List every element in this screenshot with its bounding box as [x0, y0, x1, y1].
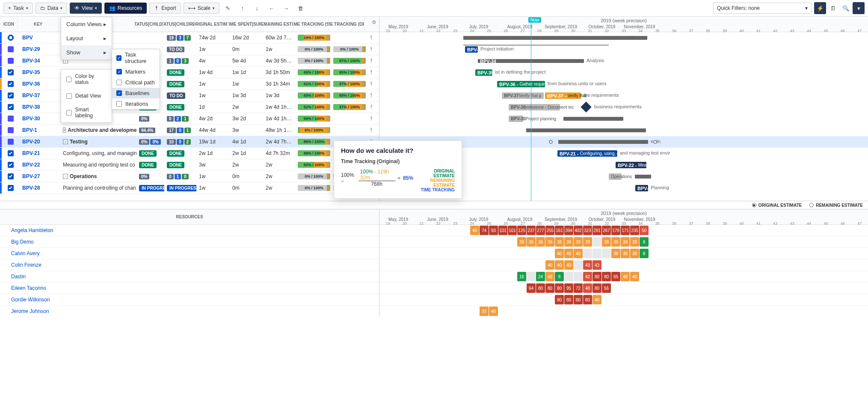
heat-cell[interactable]: 237: [527, 226, 536, 235]
heat-cell[interactable]: 39: [564, 237, 573, 247]
heat-cell[interactable]: 80: [574, 295, 583, 304]
heat-cell[interactable]: 39: [574, 237, 583, 247]
gantt-bar[interactable]: BPV-36 - Gather requireme: [497, 81, 545, 87]
heat-cell[interactable]: 39: [602, 237, 611, 247]
view-dropdown[interactable]: Column Views▸ Layout▸ Show▸: [61, 17, 112, 60]
gantt-bar[interactable]: [635, 175, 651, 179]
heat-cell[interactable]: 40: [630, 272, 639, 281]
gantt-bar[interactable]: BPV-: [635, 185, 648, 191]
col-icon[interactable]: ICON: [0, 17, 18, 32]
col-remaining[interactable]: REMAINING ESTIM: [261, 17, 293, 32]
calendar-icon[interactable]: 🗓: [827, 2, 839, 14]
table-row[interactable]: BPV-28Planning and controlling of chanIN…: [0, 182, 379, 194]
heat-cell[interactable]: 40: [621, 272, 630, 281]
heat-cell[interactable]: 65: [611, 272, 620, 281]
heat-cell[interactable]: 39: [527, 237, 536, 247]
heat-cell[interactable]: 402: [574, 226, 583, 235]
arrow-right-icon[interactable]: →: [280, 2, 292, 14]
expand-up-icon[interactable]: ⭱: [366, 35, 379, 41]
heat-cell[interactable]: 255: [545, 226, 554, 235]
heat-cell[interactable]: 95: [564, 283, 573, 293]
issue-key[interactable]: BPV-37: [20, 92, 60, 98]
heat-cell[interactable]: 40: [555, 249, 564, 258]
heat-cell[interactable]: 267: [602, 226, 611, 235]
heat-cell[interactable]: 40: [545, 272, 554, 281]
scale-button[interactable]: ⟷Scale▾: [184, 3, 219, 14]
heat-cell[interactable]: 80: [564, 295, 573, 304]
menu-markers[interactable]: ✓Markers: [112, 66, 160, 77]
arrow-up-icon[interactable]: ↑: [237, 2, 249, 14]
heat-cell[interactable]: 16: [517, 272, 526, 281]
resource-row[interactable]: Jerome Johnson: [0, 306, 379, 316]
quick-filters-select[interactable]: Quick Filters: none▾: [713, 3, 812, 14]
heat-cell[interactable]: 8: [640, 249, 649, 258]
show-submenu[interactable]: ✓Task structure ✓Markers Critical path ✓…: [112, 49, 160, 110]
table-row[interactable]: BPV-22Measuring and reporting test coDON…: [0, 159, 379, 171]
issue-key[interactable]: BPV-38: [20, 104, 60, 110]
menu-baselines[interactable]: ✓Baselines: [112, 88, 160, 98]
resource-row[interactable]: Gordie Wilkinson: [0, 294, 379, 306]
heat-cell[interactable]: 43: [583, 260, 592, 270]
milestone-diamond[interactable]: [581, 101, 591, 112]
tree-toggle[interactable]: -: [63, 174, 68, 179]
issue-key[interactable]: BPV-29: [20, 46, 60, 52]
issue-key[interactable]: BPV-30: [20, 116, 60, 122]
heat-cell[interactable]: 39: [583, 237, 592, 247]
table-row[interactable]: BPV-27-Operations0%100%0101w0m2w0% / 100…: [0, 171, 379, 182]
table-row[interactable]: BPV-37Verify that project deliverables m…: [0, 90, 379, 101]
gantt-bar[interactable]: [563, 117, 623, 121]
heat-cell[interactable]: 40: [574, 249, 583, 258]
gantt-bar[interactable]: [463, 36, 647, 40]
table-row[interactable]: BPV-193774w 2d16w 2d60w 2d 7h 40m19% / 1…: [0, 32, 379, 44]
heat-cell[interactable]: 8: [555, 272, 564, 281]
col-original-est[interactable]: ORIGINAL ESTIMA: [195, 17, 228, 32]
heat-cell[interactable]: 74: [480, 226, 489, 235]
heat-cell[interactable]: 40: [564, 249, 573, 258]
trash-icon[interactable]: 🗑: [295, 2, 307, 14]
gantt-bar[interactable]: [558, 140, 648, 144]
task-button[interactable]: +Task▾: [3, 3, 33, 14]
export-button[interactable]: ⭱Export: [149, 3, 181, 14]
heat-cell[interactable]: 72: [574, 283, 583, 293]
menu-iterations[interactable]: Iterations: [112, 98, 160, 109]
col-status-children[interactable]: STATUS[CHILDREN: [163, 17, 195, 32]
issue-key[interactable]: BPV-27: [20, 173, 60, 179]
resource-row[interactable]: Colin Firenze: [0, 259, 379, 271]
menu-smart-labeling[interactable]: Smart labeling: [61, 103, 112, 122]
heat-cell[interactable]: 93: [489, 226, 498, 235]
radio-remaining-estimate[interactable]: REMAINING ESTIMATE: [809, 203, 863, 208]
heat-cell[interactable]: 39: [621, 237, 630, 247]
heat-cell[interactable]: 56: [602, 283, 611, 293]
heat-cell[interactable]: 291: [592, 226, 601, 235]
resource-row[interactable]: Dastin: [0, 271, 379, 283]
resources-button[interactable]: 👥Resources: [104, 3, 147, 14]
table-row[interactable]: BPV-29TO DO1w0m1w0% / 100%0% / 100%⭱: [0, 44, 379, 55]
heat-cell[interactable]: 39: [630, 237, 639, 247]
expand-up-icon[interactable]: ⭱: [366, 104, 379, 110]
heat-cell[interactable]: 43: [592, 260, 601, 270]
issue-key[interactable]: BPV-22: [20, 162, 60, 168]
gantt-bar[interactable]: BPV-22 - Measu: [616, 162, 646, 168]
heat-cell[interactable]: 32: [480, 307, 489, 316]
heat-cell[interactable]: 48: [583, 283, 592, 293]
heat-cell[interactable]: 80: [555, 283, 564, 293]
issue-key[interactable]: BPV-28: [20, 185, 60, 191]
heat-cell[interactable]: 40: [592, 295, 601, 304]
heat-cell[interactable]: 38: [621, 249, 630, 258]
expand-up-icon[interactable]: ⭱: [366, 81, 379, 87]
issue-key[interactable]: BPV-1: [20, 127, 60, 133]
resource-row[interactable]: Eileen Tacorino: [0, 283, 379, 294]
heat-cell[interactable]: 277: [536, 226, 545, 235]
heat-cell[interactable]: 161: [555, 226, 564, 235]
col-time-spent[interactable]: TIME SPENT[SUM: [228, 17, 261, 32]
heatmap[interactable]: 2019 (week precision) May, 2019June, 201…: [379, 209, 868, 316]
search-icon[interactable]: 🔍: [840, 2, 852, 14]
heat-cell[interactable]: 40: [489, 307, 498, 316]
heat-cell[interactable]: 80: [536, 283, 545, 293]
heat-cell[interactable]: 80: [592, 272, 601, 281]
heat-cell[interactable]: 39: [555, 237, 564, 247]
table-row[interactable]: BPV-21Configuring, using, and managinDON…: [0, 148, 379, 159]
expand-up-icon[interactable]: ⭱: [366, 46, 379, 52]
heat-cell[interactable]: 39: [545, 237, 554, 247]
table-row[interactable]: BPV-1+Architecture and development94.4%0…: [0, 125, 379, 136]
